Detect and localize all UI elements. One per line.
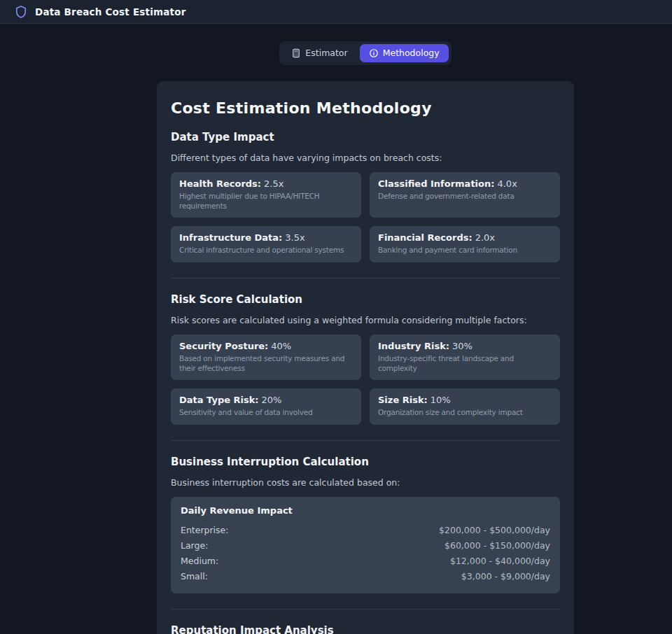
revenue-row-enterprise: Enterprise: $200,000 - $500,000/day [181,522,550,537]
factor-value: 2.5x [264,178,284,189]
section-heading-reputation: Reputation Impact Analysis [171,624,560,634]
panel-title: Daily Revenue Impact [181,505,550,516]
revenue-row-small: Small: $3,000 - $9,000/day [181,568,550,584]
tab-group: Estimator Methodology [279,41,451,65]
factor-desc: Industry-specific threat landscape and c… [378,354,552,373]
revenue-value: $12,000 - $40,000/day [450,556,550,566]
methodology-card: Cost Estimation Methodology Data Type Im… [157,81,574,634]
factor-value: 4.0x [497,178,517,189]
factor-value: 2.0x [475,232,495,243]
tab-methodology-label: Methodology [383,49,440,58]
revenue-value: $60,000 - $150,000/day [444,540,550,551]
factor-label: Size Risk: [378,395,428,405]
factor-value: 20% [262,395,282,405]
section-risk-score: Risk Score Calculation Risk scores are c… [171,293,560,425]
factor-label: Infrastructure Data: [179,232,282,243]
risk-card-industry: Industry Risk:30% Industry-specific thre… [370,334,560,380]
daily-revenue-panel: Daily Revenue Impact Enterprise: $200,00… [171,497,560,593]
factor-desc: Organization size and complexity impact [378,408,552,418]
revenue-label: Small: [181,571,208,582]
factor-value: 3.5x [285,232,304,243]
divider [171,609,560,610]
info-icon [369,48,379,58]
calculator-icon [291,48,301,58]
app-header: Data Breach Cost Estimator [0,0,672,24]
page-title: Cost Estimation Methodology [171,99,560,117]
section-heading-risk-score: Risk Score Calculation [171,293,560,306]
tab-methodology[interactable]: Methodology [360,44,449,62]
factor-value: 10% [430,395,451,405]
factor-value: 30% [452,341,472,351]
data-type-card-health: Health Records:2.5x Highest multiplier d… [171,172,361,218]
revenue-label: Medium: [181,556,218,566]
factor-label: Health Records: [179,178,261,189]
revenue-row-medium: Medium: $12,000 - $40,000/day [181,553,550,568]
section-intro-business: Business interruption costs are calculat… [171,477,560,488]
section-reputation-impact: Reputation Impact Analysis Industry Sens… [171,624,560,634]
revenue-label: Enterprise: [181,525,229,535]
factor-label: Security Posture: [179,341,268,351]
revenue-value: $200,000 - $500,000/day [439,525,550,535]
revenue-row-large: Large: $60,000 - $150,000/day [181,537,550,553]
data-type-card-infrastructure: Infrastructure Data:3.5x Critical infras… [171,226,361,262]
divider [171,440,560,441]
data-type-card-financial: Financial Records:2.0x Banking and payme… [370,226,560,262]
factor-label: Industry Risk: [378,341,449,351]
section-business-interruption: Business Interruption Calculation Busine… [171,456,560,593]
content-column: Estimator Methodology Cost Estimation Me… [157,41,574,634]
tab-estimator[interactable]: Estimator [282,44,356,62]
factor-desc: Based on implemented security measures a… [179,354,353,373]
section-intro-risk-score: Risk scores are calculated using a weigh… [171,315,560,326]
tab-estimator-label: Estimator [305,49,347,58]
risk-card-size: Size Risk:10% Organization size and comp… [370,388,560,425]
risk-card-security-posture: Security Posture:40% Based on implemente… [171,334,361,380]
factor-desc: Highest multiplier due to HIPAA/HITECH r… [179,192,353,211]
data-type-card-classified: Classified Information:4.0x Defense and … [370,172,560,218]
factor-value: 40% [271,341,291,351]
app-title: Data Breach Cost Estimator [35,6,186,17]
factor-label: Data Type Risk: [179,395,259,405]
section-data-type-impact: Data Type Impact Different types of data… [171,131,560,262]
divider [171,278,560,279]
factor-desc: Banking and payment card information [378,246,552,255]
factor-desc: Critical infrastructure and operational … [179,246,353,255]
risk-card-data-type: Data Type Risk:20% Sensitivity and value… [171,388,361,425]
factor-desc: Defense and government-related data [378,192,552,202]
section-heading-business: Business Interruption Calculation [171,456,560,468]
factor-desc: Sensitivity and value of data involved [179,408,353,418]
factor-label: Classified Information: [378,178,494,189]
shield-icon [14,5,28,19]
section-heading-data-type: Data Type Impact [171,131,560,143]
section-intro-data-type: Different types of data have varying imp… [171,153,560,164]
revenue-label: Large: [181,540,208,551]
revenue-value: $3,000 - $9,000/day [461,571,550,582]
factor-label: Financial Records: [378,232,472,243]
